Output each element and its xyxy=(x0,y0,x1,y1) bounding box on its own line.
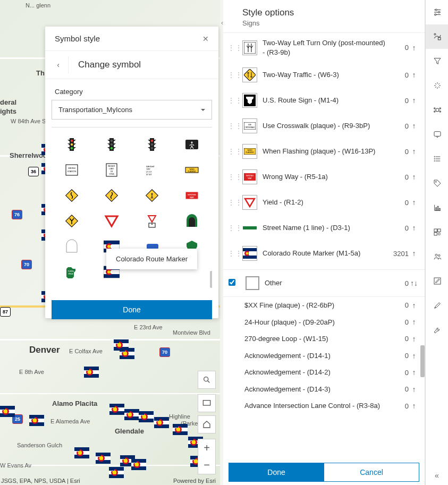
move-up-icon[interactable]: ↑ xyxy=(409,335,419,343)
swatch-icon[interactable]: WHENFLASHING xyxy=(242,144,257,159)
symbol-cell[interactable] xyxy=(52,183,92,208)
swatch-icon[interactable] xyxy=(242,93,257,108)
wrench-icon[interactable] xyxy=(426,318,448,342)
category-select[interactable]: Transportation_MyIcons xyxy=(52,100,212,120)
symbol-cell[interactable]: WHENFLASHING xyxy=(172,157,213,183)
map-marker[interactable] xyxy=(154,417,169,428)
move-up-icon[interactable]: ↑ xyxy=(409,71,419,79)
map-marker[interactable] xyxy=(0,406,15,417)
cluster-icon[interactable] xyxy=(426,98,448,122)
move-up-icon[interactable]: ↑ xyxy=(409,385,419,394)
move-up-icon[interactable]: ↑ xyxy=(409,402,419,410)
popup-icon[interactable] xyxy=(426,122,448,147)
symbol-grid-scrollbar[interactable] xyxy=(209,127,212,294)
symbol-cell[interactable]: WEIGHTTPP2T 5T3T 8T xyxy=(132,157,172,183)
map-marker[interactable] xyxy=(84,367,99,378)
style-sub-row[interactable]: 270-degree Loop - (W1-15)0↑ xyxy=(223,330,425,347)
panel-scrollbar[interactable] xyxy=(420,32,425,457)
zoom-in-button[interactable]: + xyxy=(198,439,216,457)
drag-handle-icon[interactable]: ⋮⋮ xyxy=(227,198,237,207)
symbol-cell[interactable] xyxy=(132,208,172,234)
symbol-cell[interactable]: WEIGHSTATION xyxy=(52,157,92,183)
symbol-cell[interactable] xyxy=(132,183,172,208)
map-marker[interactable] xyxy=(131,459,146,470)
effects-icon[interactable] xyxy=(426,73,448,98)
map-marker[interactable] xyxy=(96,453,111,464)
swatch-icon[interactable] xyxy=(242,220,257,235)
map-marker[interactable] xyxy=(120,348,134,359)
drag-handle-icon[interactable]: ⋮⋮ xyxy=(227,173,237,181)
basemap-button[interactable] xyxy=(198,394,216,412)
drag-handle-icon[interactable]: ⋮⋮ xyxy=(227,224,237,232)
style-row[interactable]: ⋮⋮Street Name (1 line) - (D3-1)0↑ xyxy=(223,215,425,241)
drag-handle-icon[interactable]: ⋮⋮ xyxy=(227,147,237,156)
symbol-cell[interactable] xyxy=(172,208,213,234)
swatch-icon[interactable] xyxy=(242,195,257,210)
drag-handle-icon[interactable]: ⋮⋮ xyxy=(227,122,237,130)
drag-handle-icon[interactable]: ⋮⋮ xyxy=(227,71,237,79)
move-up-icon[interactable]: ↑ xyxy=(409,224,419,232)
statistics-icon[interactable] xyxy=(426,195,448,220)
symbol-cell[interactable] xyxy=(52,132,92,157)
swatch-icon[interactable]: WRONGWAY xyxy=(242,169,257,184)
map-marker[interactable] xyxy=(139,411,154,422)
symbol-cell[interactable] xyxy=(132,132,172,157)
swatch-icon[interactable] xyxy=(246,276,259,290)
style-sub-row[interactable]: Acknowledgement - (D14-2)0↑ xyxy=(223,364,425,381)
edit-icon[interactable] xyxy=(426,269,448,293)
style-sub-row[interactable]: Acknowledgement - (D14-1)0↑ xyxy=(223,347,425,364)
other-checkbox[interactable] xyxy=(229,279,240,287)
move-up-icon[interactable]: ↑ xyxy=(409,96,419,105)
symbol-cell[interactable]: WEIGHTLIMIT10TONS xyxy=(92,157,132,183)
drag-handle-icon[interactable]: ⋮⋮ xyxy=(227,44,237,52)
configure-icon[interactable] xyxy=(426,220,448,244)
style-sub-row[interactable]: 24-Hour (plaque) - (D9-20aP)0↑ xyxy=(223,314,425,331)
move-up-icon[interactable]: ↑ xyxy=(409,352,419,360)
symbol-cell[interactable] xyxy=(92,132,132,157)
home-button[interactable] xyxy=(198,415,216,433)
symbol-cell[interactable] xyxy=(52,208,92,234)
move-up-icon[interactable]: ↑ xyxy=(409,44,419,52)
move-up-icon[interactable]: ↑ xyxy=(409,368,419,377)
style-row[interactable]: ⋮⋮Yield - (R1-2)0↑ xyxy=(223,190,425,215)
swatch-icon[interactable] xyxy=(242,246,257,261)
drag-handle-icon[interactable]: ⋮⋮ xyxy=(227,96,237,105)
group-icon[interactable] xyxy=(426,244,448,269)
move-up-icon[interactable]: ↑ xyxy=(409,249,419,258)
cancel-button[interactable]: Cancel xyxy=(324,463,419,482)
symbol-cell[interactable] xyxy=(92,183,132,208)
style-sub-row[interactable]: $XX Fine (plaque) - (R2-6bP)0↑ xyxy=(223,297,425,314)
symbol-cell[interactable] xyxy=(92,208,132,234)
map-marker[interactable] xyxy=(109,404,124,415)
collapse-panel-icon[interactable]: ‹ xyxy=(221,19,223,27)
style-sub-row[interactable]: Advance Intersection Lane Control - (R3-… xyxy=(223,397,425,414)
expand-toolbar-icon[interactable]: « xyxy=(426,471,448,480)
move-up-icon[interactable]: ↑ xyxy=(409,122,419,130)
style-row[interactable]: ⋮⋮Two-Way Left Turn Only (post-mounted) … xyxy=(223,33,425,62)
symbol-cell[interactable]: WRONGWAY xyxy=(172,183,213,208)
drag-handle-icon[interactable]: ⋮⋮ xyxy=(227,249,237,258)
map-marker[interactable] xyxy=(173,424,188,435)
style-row[interactable]: ⋮⋮Two-Way Traffic - (W6-3)0↑ xyxy=(223,62,425,88)
style-row[interactable]: ⋮⋮WRONGWAYWrong Way - (R5-1a)0↑ xyxy=(223,164,425,190)
layer-style-icon[interactable] xyxy=(426,24,448,49)
done-button[interactable]: Done xyxy=(229,463,324,482)
map-marker[interactable] xyxy=(109,467,124,478)
map-marker[interactable] xyxy=(29,415,44,426)
map-marker[interactable] xyxy=(124,409,139,420)
symbol-cell[interactable] xyxy=(172,132,213,157)
sort-icon[interactable]: ↑↓ xyxy=(409,279,419,287)
move-up-icon[interactable]: ↑ xyxy=(409,147,419,156)
back-icon[interactable]: ‹ xyxy=(48,56,69,73)
list-icon[interactable] xyxy=(426,147,448,171)
style-row[interactable]: ⋮⋮Colorado Route Marker (M1-5a)3201↑ xyxy=(223,241,425,266)
move-up-icon[interactable]: ↑ xyxy=(409,173,419,181)
style-sub-row[interactable]: Acknowledgement - (D14-3)0↑ xyxy=(223,381,425,398)
zoom-out-button[interactable]: − xyxy=(198,456,216,474)
tag-icon[interactable] xyxy=(426,171,448,195)
move-up-icon[interactable]: ↑ xyxy=(409,301,419,310)
style-other-row[interactable]: Other 0 ↑↓ xyxy=(223,269,425,297)
symbol-cell[interactable] xyxy=(52,234,92,259)
swatch-icon[interactable] xyxy=(242,67,257,82)
style-row[interactable]: ⋮⋮WHENFLASHINGWhen Flashing (plaque) - (… xyxy=(223,139,425,164)
